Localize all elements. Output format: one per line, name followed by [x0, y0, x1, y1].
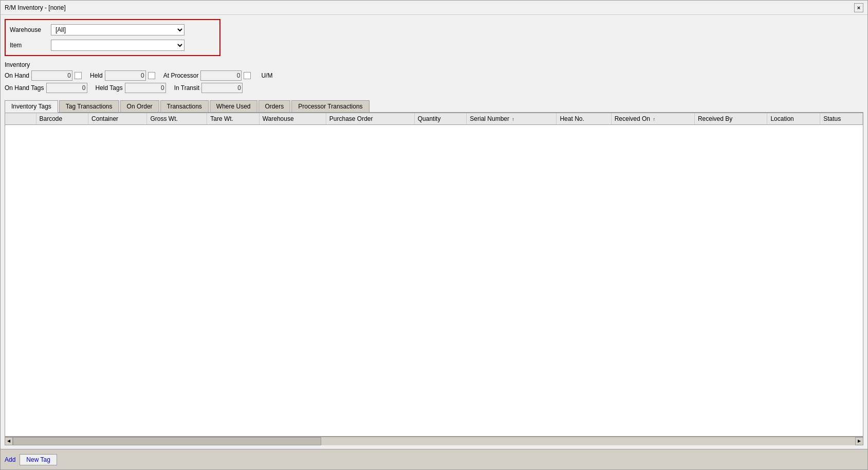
warehouse-row: Warehouse [All]Warehouse 1Warehouse 2	[10, 24, 215, 35]
at-processor-checkbox[interactable]	[244, 72, 251, 79]
warehouse-select[interactable]: [All]Warehouse 1Warehouse 2	[51, 24, 184, 35]
col-header-serial-number[interactable]: Serial Number ↑	[467, 113, 557, 125]
tab-on-order[interactable]: On Order	[120, 100, 159, 112]
on-hand-tags-input[interactable]	[46, 83, 87, 93]
col-header-quantity[interactable]: Quantity	[414, 113, 467, 125]
title-bar: R/M Inventory - [none] ×	[1, 1, 867, 15]
col-header-tare-wt[interactable]: Tare Wt.	[207, 113, 259, 125]
title-text: R/M Inventory - [none]	[5, 4, 66, 11]
item-select[interactable]	[51, 40, 184, 51]
scroll-thumb[interactable]	[13, 437, 321, 445]
on-hand-group: On Hand	[5, 70, 82, 81]
item-label: Item	[10, 42, 51, 49]
held-input[interactable]	[105, 70, 146, 81]
held-checkbox[interactable]	[148, 72, 155, 79]
inventory-section: Inventory On Hand Held At Processor	[5, 61, 863, 95]
filter-section: Warehouse [All]Warehouse 1Warehouse 2 It…	[5, 19, 220, 56]
main-window: R/M Inventory - [none] × Warehouse [All]…	[0, 0, 868, 470]
received-on-sort-icon: ↑	[653, 117, 655, 122]
at-processor-group: At Processor	[163, 70, 251, 81]
on-hand-tags-group: On Hand Tags	[5, 83, 87, 93]
in-transit-input[interactable]	[201, 83, 243, 93]
tabs-row: Inventory Tags Tag Transactions On Order…	[5, 100, 863, 113]
bottom-bar: Add New Tag	[1, 449, 867, 469]
col-header-purchase-order[interactable]: Purchase Order	[326, 113, 414, 125]
inventory-row-1: On Hand Held At Processor U/M	[5, 70, 863, 81]
held-group: Held	[90, 70, 155, 81]
tab-where-used[interactable]: Where Used	[210, 100, 257, 112]
col-header-received-by[interactable]: Received By	[694, 113, 767, 125]
um-label: U/M	[261, 72, 272, 79]
col-header-check[interactable]	[5, 113, 36, 125]
at-processor-label: At Processor	[163, 72, 199, 79]
held-tags-group: Held Tags	[96, 83, 166, 93]
horizontal-scrollbar[interactable]: ◀ ▶	[5, 437, 863, 445]
inventory-title: Inventory	[5, 61, 863, 68]
table-container[interactable]: Barcode Container Gross Wt. Tare Wt. War…	[5, 113, 863, 437]
on-hand-label: On Hand	[5, 72, 29, 79]
tab-processor-transactions[interactable]: Processor Transactions	[291, 100, 369, 112]
close-button[interactable]: ×	[854, 3, 863, 12]
tabs-container: Inventory Tags Tag Transactions On Order…	[5, 100, 863, 113]
col-header-received-on[interactable]: Received On ↑	[611, 113, 694, 125]
scroll-left-arrow[interactable]: ◀	[5, 437, 13, 445]
serial-number-sort-icon: ↑	[512, 117, 514, 122]
tab-transactions[interactable]: Transactions	[160, 100, 209, 112]
on-hand-tags-label: On Hand Tags	[5, 84, 44, 92]
col-header-warehouse[interactable]: Warehouse	[259, 113, 326, 125]
held-tags-input[interactable]	[125, 83, 166, 93]
col-header-gross-wt[interactable]: Gross Wt.	[147, 113, 207, 125]
inventory-row-2: On Hand Tags Held Tags In Transit	[5, 83, 863, 93]
tab-inventory-tags[interactable]: Inventory Tags	[5, 100, 58, 113]
scroll-right-arrow[interactable]: ▶	[855, 437, 863, 445]
held-label: Held	[90, 72, 103, 79]
col-header-barcode[interactable]: Barcode	[36, 113, 88, 125]
add-button[interactable]: Add	[5, 456, 15, 463]
new-tag-button[interactable]: New Tag	[20, 454, 57, 465]
item-row: Item	[10, 40, 215, 51]
tab-tag-transactions[interactable]: Tag Transactions	[59, 100, 119, 112]
inventory-tags-table: Barcode Container Gross Wt. Tare Wt. War…	[5, 113, 863, 125]
um-group: U/M	[259, 72, 272, 79]
in-transit-group: In Transit	[174, 83, 243, 93]
on-hand-checkbox[interactable]	[75, 72, 82, 79]
on-hand-input[interactable]	[31, 70, 72, 81]
held-tags-label: Held Tags	[96, 84, 123, 92]
col-header-status[interactable]: Status	[820, 113, 863, 125]
tab-orders[interactable]: Orders	[258, 100, 291, 112]
warehouse-label: Warehouse	[10, 26, 51, 33]
scroll-track[interactable]	[13, 437, 855, 445]
col-header-container[interactable]: Container	[88, 113, 147, 125]
at-processor-input[interactable]	[200, 70, 242, 81]
content-area: Warehouse [All]Warehouse 1Warehouse 2 It…	[1, 15, 867, 449]
col-header-location[interactable]: Location	[767, 113, 820, 125]
in-transit-label: In Transit	[174, 84, 199, 92]
table-header-row: Barcode Container Gross Wt. Tare Wt. War…	[5, 113, 863, 125]
col-header-heat-no[interactable]: Heat No.	[557, 113, 611, 125]
